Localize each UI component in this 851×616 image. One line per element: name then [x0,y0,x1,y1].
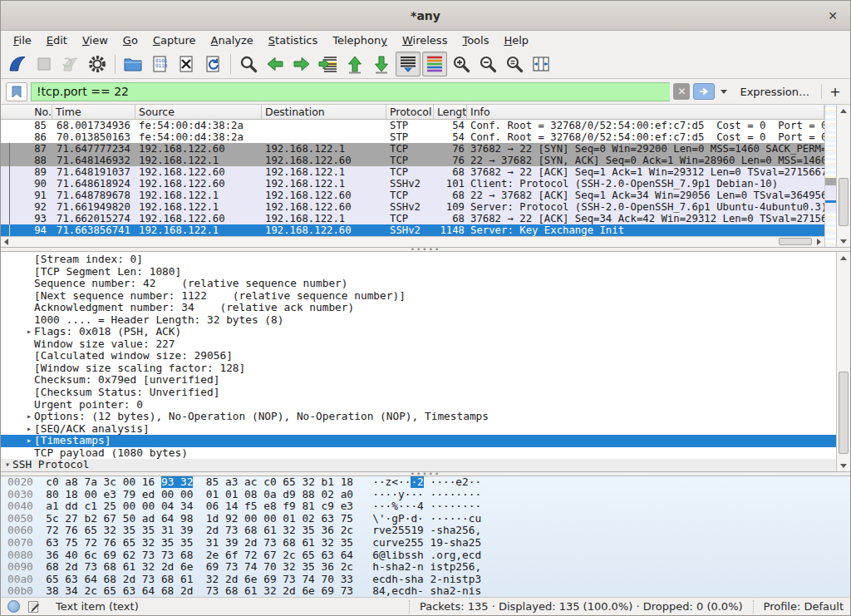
packet-row[interactable]: 9371.662015274192.168.122.60192.168.122.… [1,213,824,224]
column-header-destination[interactable]: Destination [262,105,386,119]
menu-file[interactable]: File [6,32,39,49]
hex-row[interactable]: 0030 80 18 00 e3 79 ed 00 00 01 01 08 0a… [1,489,850,501]
packet-row[interactable]: 9271.661949820192.168.122.1192.168.122.6… [1,201,824,213]
detail-line[interactable]: ▸[Timestamps] [1,435,836,447]
column-header-protocol[interactable]: Protocol [386,105,434,119]
expression-button[interactable]: Expression… [733,86,818,98]
packet-row[interactable]: 9471.663856741192.168.122.1192.168.122.6… [1,224,824,236]
column-header-source[interactable]: Source [135,105,262,119]
menu-capture[interactable]: Capture [145,32,204,49]
packet-row[interactable]: 8971.648191037192.168.122.60192.168.122.… [1,166,824,178]
scroll-up-arrow[interactable] [837,105,850,116]
detail-line[interactable]: [TCP Segment Len: 1080] [1,266,836,278]
hex-row[interactable]: 0050 5c 27 b2 67 50 ad 64 98 1d 92 00 00… [1,513,850,525]
hex-row[interactable]: 00b0 38 34 2c 65 63 64 68 2d 73 68 61 32… [1,585,850,597]
expander-closed-icon[interactable]: ▸ [24,326,34,338]
detail-line[interactable]: Checksum: 0x79ed [unverified] [1,374,836,387]
status-profile[interactable]: Profile: Default [764,600,844,613]
zoom-original-button[interactable] [502,52,527,76]
detail-line[interactable]: 1000 .... = Header Length: 32 bytes (8) [1,314,836,327]
details-vertical-scrollbar[interactable] [836,252,850,471]
vscroll-thumb[interactable] [839,178,849,225]
open-file-button[interactable] [121,52,145,76]
filter-bookmark-button[interactable] [6,82,27,101]
go-last-button[interactable] [369,52,394,76]
hex-row[interactable]: 0020 c0 a8 7a 3c 00 16 93 32 85 a3 ac c0… [1,476,850,489]
detail-line[interactable]: Urgent pointer: 0 [1,399,836,411]
close-window-button[interactable]: ✕ [824,7,842,24]
packet-row[interactable]: 9171.648789678192.168.122.1192.168.122.6… [1,190,824,201]
reload-file-button[interactable] [200,52,225,76]
capture-comment-icon[interactable] [27,600,40,614]
detail-line[interactable]: TCP payload (1080 bytes) [1,447,836,460]
hex-row[interactable]: 0040 a1 dd c1 25 00 00 04 34 06 14 f5 e8… [1,500,850,513]
detail-line[interactable]: [Checksum Status: Unverified] [1,387,836,399]
detail-line[interactable]: [Calculated window size: 29056] [1,350,836,362]
column-header-length[interactable]: Length [434,105,467,119]
vscroll-track[interactable] [837,264,850,460]
hscroll-track[interactable] [12,237,814,247]
horizontal-scrollbar[interactable] [1,236,824,247]
scroll-right-arrow[interactable] [814,237,824,247]
expander-closed-icon[interactable]: ▸ [24,411,34,423]
save-file-button[interactable]: 01010110 [147,52,172,76]
menu-analyze[interactable]: Analyze [204,32,261,49]
filter-dropdown-button[interactable] [718,83,730,100]
close-file-button[interactable] [174,52,199,76]
scroll-left-arrow[interactable] [1,237,12,247]
detail-line[interactable]: Window size value: 227 [1,338,836,351]
zoom-in-button[interactable] [449,52,474,76]
stop-capture-button[interactable] [32,52,57,76]
filter-clear-button[interactable]: ✕ [673,83,690,100]
intelligent-scrollbar-minimap[interactable] [824,105,836,247]
go-forward-button[interactable] [289,52,314,76]
auto-scroll-button[interactable] [396,52,421,76]
restart-capture-button[interactable] [58,52,83,76]
detail-line[interactable]: Acknowledgment number: 34 (relative ack … [1,302,836,314]
vscroll-track[interactable] [837,116,850,235]
hex-row[interactable]: 0080 36 40 6c 69 62 73 73 68 2e 6f 72 67… [1,549,850,562]
vscroll-thumb[interactable] [839,372,849,454]
menu-view[interactable]: View [75,32,116,49]
expert-info-icon[interactable] [7,600,20,613]
add-filter-button[interactable]: + [825,84,845,100]
expander-closed-icon[interactable]: ▸ [24,435,34,447]
hex-row[interactable]: 0070 63 75 72 76 65 32 35 35 31 39 2d 73… [1,537,850,549]
zoom-out-button[interactable] [475,52,500,76]
expander-open-icon[interactable]: ▾ [2,459,12,471]
detail-line[interactable]: ▸[SEQ/ACK analysis] [1,423,836,436]
start-capture-button[interactable] [5,52,30,76]
hscroll-thumb[interactable] [779,238,812,245]
menu-wireless[interactable]: Wireless [395,32,455,49]
go-back-button[interactable] [263,52,288,76]
scroll-up-arrow[interactable] [837,252,850,264]
packet-row[interactable]: 8871.648146932192.168.122.1192.168.122.6… [1,155,824,166]
packet-list-vertical-scrollbar[interactable] [836,105,850,247]
menu-help[interactable]: Help [496,32,536,49]
detail-line[interactable]: [Window size scaling factor: 128] [1,362,836,375]
hex-row[interactable]: 0090 68 2d 73 68 61 32 2d 6e 69 73 74 70… [1,561,850,574]
detail-line[interactable]: Sequence number: 42 (relative sequence n… [1,278,836,290]
detail-line[interactable]: ▸Flags: 0x018 (PSH, ACK) [1,326,836,338]
go-to-packet-button[interactable] [316,52,341,76]
hex-row[interactable]: 0060 72 76 65 32 35 35 31 39 2d 73 68 61… [1,525,850,537]
menu-tools[interactable]: Tools [455,32,496,49]
expander-closed-icon[interactable]: ▸ [24,423,34,436]
display-filter-input[interactable]: !tcp.port == 22 [31,82,670,101]
find-packet-button[interactable] [236,52,261,76]
scroll-down-arrow[interactable] [837,460,850,471]
menu-go[interactable]: Go [116,32,145,49]
menu-edit[interactable]: Edit [39,32,75,49]
column-header-time[interactable]: Time [52,105,135,119]
packet-row[interactable]: 9071.648618924192.168.122.60192.168.122.… [1,178,824,190]
detail-line[interactable]: [Stream index: 0] [1,254,836,266]
resize-columns-button[interactable] [529,52,553,76]
go-first-button[interactable] [342,52,367,76]
capture-options-button[interactable] [85,52,110,76]
column-header-no[interactable]: No. [1,105,52,119]
detail-line[interactable]: [Next sequence number: 1122 (relative se… [1,290,836,303]
packet-row[interactable]: 8771.647777234192.168.122.60192.168.122.… [1,143,824,155]
column-header-info[interactable]: Info [467,105,824,119]
menu-telephony[interactable]: Telephony [325,32,395,49]
packet-row[interactable]: 8568.001734936fe:54:00:d4:38:2aSTP54Conf… [1,120,824,131]
